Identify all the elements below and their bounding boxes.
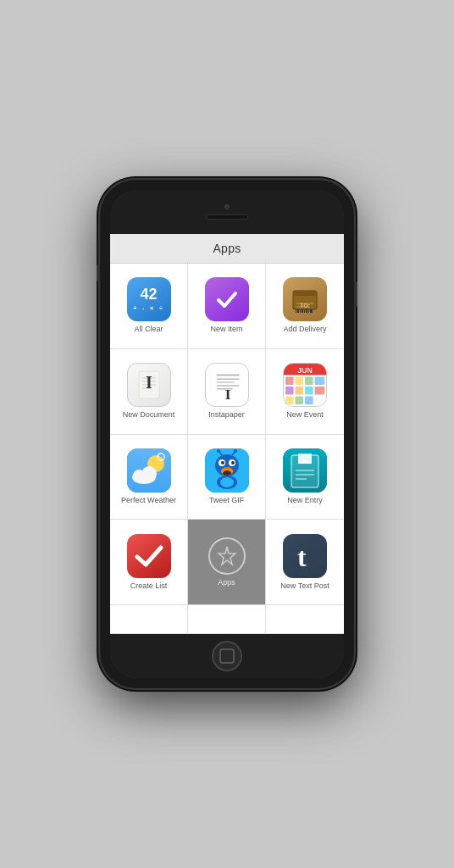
app-cell-new-document[interactable]: I New Document <box>110 349 188 435</box>
svg-text:t: t <box>297 542 307 571</box>
svg-rect-39 <box>305 397 313 405</box>
app-label-newtextpost: New Text Post <box>280 581 329 591</box>
svg-point-55 <box>223 470 231 476</box>
home-button-icon <box>219 648 235 664</box>
app-icon-newdoc: I <box>127 363 171 407</box>
app-cell-empty-1 <box>110 605 188 634</box>
app-label-adddelivery: Add Delivery <box>283 325 326 334</box>
screen: Apps 42 + - × ÷ All Clear <box>110 234 344 634</box>
phone-inner: Apps 42 + - × ÷ All Clear <box>110 190 344 678</box>
app-cell-add-delivery[interactable]: TO: <box>266 264 344 349</box>
svg-rect-10 <box>306 309 307 313</box>
app-icon-newentry <box>283 448 327 492</box>
app-cell-tweet-gif[interactable]: Tweet GIF <box>188 435 266 520</box>
apps-grid: 42 + - × ÷ All Clear New Item <box>110 264 344 634</box>
svg-rect-7 <box>300 309 301 313</box>
app-label-weather: Perfect Weather <box>121 496 176 505</box>
svg-rect-9 <box>304 309 305 313</box>
app-cell-apps[interactable]: Apps <box>188 520 266 605</box>
app-icon-tumblr: t <box>283 534 327 578</box>
volume-button <box>97 264 100 281</box>
app-label-instapaper: Instapaper <box>208 410 245 420</box>
app-cell-empty-2 <box>188 605 266 634</box>
app-cell-create-list[interactable]: Create List <box>110 520 188 605</box>
svg-marker-70 <box>219 547 235 565</box>
app-icon-apps <box>208 537 246 575</box>
svg-rect-32 <box>315 377 325 386</box>
svg-rect-33 <box>285 387 294 395</box>
svg-text:JUN: JUN <box>297 366 312 375</box>
power-button <box>354 281 357 307</box>
app-icon-createlist <box>127 534 171 578</box>
app-icon-weather: ° <box>127 448 171 492</box>
svg-rect-5 <box>296 309 296 313</box>
svg-rect-12 <box>310 309 313 313</box>
app-icon-newevent: JUN <box>283 363 327 407</box>
svg-point-51 <box>221 461 224 465</box>
svg-point-44 <box>141 466 157 481</box>
app-cell-new-text-post[interactable]: t New Text Post <box>266 520 344 605</box>
app-icon-adddelivery: TO: <box>283 277 327 321</box>
camera <box>224 204 230 209</box>
app-label-tweetgif: Tweet GIF <box>209 496 245 505</box>
app-cell-new-item[interactable]: New Item <box>188 264 266 349</box>
app-icon-instapaper: I <box>205 363 249 407</box>
app-label-apps: Apps <box>218 578 235 587</box>
speaker <box>206 214 248 220</box>
bottom-bezel <box>110 634 344 678</box>
svg-point-52 <box>231 461 235 465</box>
app-label-newevent: New Event <box>286 410 324 420</box>
svg-rect-29 <box>285 377 294 386</box>
app-icon-allclear: 42 + - × ÷ <box>127 277 171 321</box>
svg-rect-4 <box>296 306 309 308</box>
app-label-allclear: All Clear <box>134 325 163 334</box>
svg-rect-11 <box>308 309 309 313</box>
svg-rect-6 <box>297 309 299 313</box>
screen-title: Apps <box>213 242 241 255</box>
svg-rect-31 <box>305 377 313 386</box>
svg-rect-36 <box>315 387 325 395</box>
app-label-newitem: New Item <box>210 325 242 334</box>
svg-point-59 <box>234 449 237 453</box>
svg-text:I: I <box>224 387 230 403</box>
svg-rect-37 <box>285 397 294 405</box>
app-label-newentry: New Entry <box>287 496 323 505</box>
app-cell-perfect-weather[interactable]: ° Perfect Weather <box>110 435 188 520</box>
svg-rect-8 <box>302 309 303 313</box>
top-bezel <box>110 190 344 234</box>
svg-point-57 <box>217 449 220 453</box>
svg-rect-3 <box>296 303 313 304</box>
app-label-createlist: Create List <box>130 581 168 591</box>
app-label-newdoc: New Document <box>123 410 175 420</box>
phone-frame: Apps 42 + - × ÷ All Clear <box>100 180 354 688</box>
home-button[interactable] <box>212 641 242 671</box>
svg-rect-34 <box>295 387 303 395</box>
svg-rect-30 <box>295 377 303 386</box>
app-cell-instapaper[interactable]: I Instapaper <box>188 349 266 435</box>
svg-rect-35 <box>305 387 313 395</box>
app-icon-tweetgif <box>205 448 249 492</box>
app-cell-new-event[interactable]: JUN <box>266 349 344 435</box>
svg-rect-1 <box>293 291 317 296</box>
app-icon-newitem <box>205 277 249 321</box>
svg-rect-38 <box>295 397 303 405</box>
screen-header: Apps <box>110 234 344 264</box>
app-cell-all-clear[interactable]: 42 + - × ÷ All Clear <box>110 264 188 349</box>
svg-text:I: I <box>146 373 152 392</box>
svg-point-61 <box>220 477 234 487</box>
app-cell-new-entry[interactable]: New Entry <box>266 435 344 520</box>
app-cell-empty-3 <box>266 605 344 634</box>
